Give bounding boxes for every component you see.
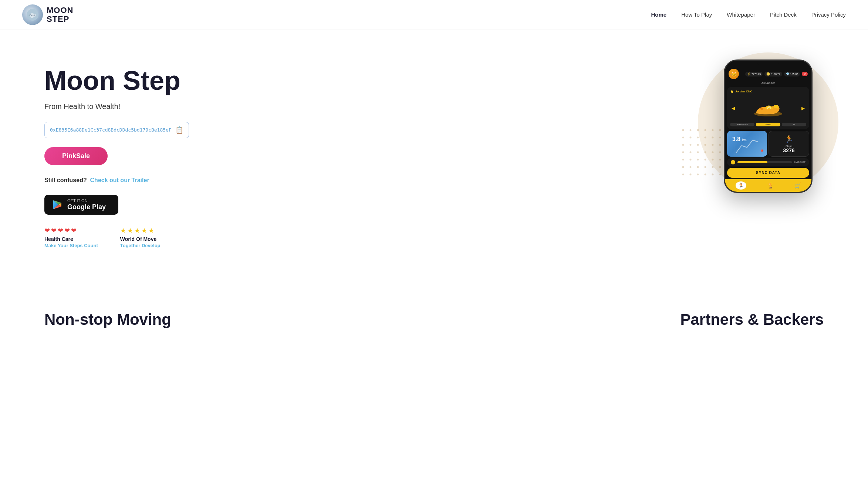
non-stop-moving-title: Non-stop Moving <box>44 311 171 328</box>
bottom-right: Partners & Backers <box>680 311 824 328</box>
diamond-icon: 💎 <box>786 72 790 76</box>
gp-get-label: GET IT ON <box>67 198 106 203</box>
svg-point-10 <box>690 137 692 139</box>
hero-subtitle: From Health to Wealth! <box>44 102 189 111</box>
shoe-stat-power: 1x <box>782 123 806 126</box>
steps-card: 🏃 Steps 3276 <box>769 131 809 157</box>
svg-point-32 <box>697 159 699 161</box>
svg-point-13 <box>712 137 714 139</box>
pinksale-button[interactable]: PinkSale <box>44 147 108 165</box>
world-move-sub: Together Develop <box>120 243 161 248</box>
svg-point-33 <box>705 159 706 161</box>
phone-avatar: 🐱 <box>729 69 739 79</box>
bottom-left: Non-stop Moving <box>44 311 171 328</box>
nav-links: Home How To Play Whitepaper Pitch Deck P… <box>651 11 846 18</box>
world-stars: ★ ★ ★ ★ ★ <box>120 227 161 235</box>
google-play-icon <box>52 199 64 211</box>
svg-point-19 <box>705 144 706 146</box>
svg-point-6 <box>712 129 714 131</box>
stat-chip-settings: ⚙ <box>802 72 808 76</box>
phone-nav-run[interactable]: 🏃 <box>736 181 746 190</box>
nav-pitch-deck[interactable]: Pitch Deck <box>770 11 797 18</box>
star-2: ★ <box>127 227 133 235</box>
gp-store-label: Google Play <box>67 203 106 211</box>
contract-address: 0xE835E6a88De1Cc37cd8BdcDDdc5bd179cBe185… <box>50 127 172 133</box>
svg-point-18 <box>697 144 699 146</box>
shoe-card: ⭐ Jordan CNC ◀ <box>727 87 809 129</box>
svg-point-42 <box>719 166 721 168</box>
sync-button[interactable]: SYNC DATA <box>727 168 809 178</box>
svg-point-17 <box>690 144 692 146</box>
phone-stats: ⚡ 7273.25 🪙 8128.72 💎 185.07 ⚙ <box>745 72 808 76</box>
google-play-button[interactable]: GET IT ON Google Play <box>44 195 118 215</box>
coin-icon: 🪙 <box>766 72 770 76</box>
stat-value-2: 8128.72 <box>771 73 780 75</box>
svg-point-34 <box>712 159 714 161</box>
svg-point-47 <box>705 174 706 176</box>
phone-frame: 🐱 ⚡ 7273.25 🪙 8128.72 💎 185.07 <box>724 59 813 193</box>
svg-point-49 <box>719 174 721 176</box>
shoe-image <box>752 99 785 118</box>
nav-home[interactable]: Home <box>651 11 666 18</box>
svg-point-5 <box>705 129 706 131</box>
token-track <box>737 161 792 163</box>
svg-point-26 <box>705 151 706 153</box>
svg-point-45 <box>690 174 692 176</box>
stat-chip-1: ⚡ 7273.25 <box>745 72 763 76</box>
svg-point-2 <box>682 129 684 131</box>
phone-mockup-area: // generate dots 🐱 <box>690 52 846 193</box>
svg-line-58 <box>742 146 747 147</box>
svg-point-40 <box>705 166 706 168</box>
shoe-image-area: ◀ <box>730 95 806 121</box>
copy-icon[interactable]: 📋 <box>175 126 183 134</box>
nav-privacy-policy[interactable]: Privacy Policy <box>811 11 846 18</box>
svg-point-28 <box>719 151 721 153</box>
hero-left: Moon Step From Health to Wealth! 0xE835E… <box>44 52 189 248</box>
logo-text: MOONSTEP <box>47 6 73 24</box>
navbar: MOONSTEP Home How To Play Whitepaper Pit… <box>0 0 868 30</box>
svg-point-35 <box>719 159 721 161</box>
shoe-next-button[interactable]: ▶ <box>801 106 805 111</box>
svg-point-37 <box>682 166 684 168</box>
svg-point-4 <box>697 129 699 131</box>
nav-whitepaper[interactable]: Whitepaper <box>727 11 755 18</box>
review-card-world: ★ ★ ★ ★ ★ World Of Move Together Develop <box>120 227 161 248</box>
stats-grid: 3.8 km 📍 🏃 Steps 3276 <box>727 131 809 157</box>
health-care-title: Health Care <box>44 236 98 242</box>
map-card: 3.8 km 📍 <box>727 131 767 157</box>
token-label: SMT/SMT <box>794 161 806 164</box>
svg-point-12 <box>705 137 706 139</box>
shoe-stat-id: #56874565 <box>730 123 754 126</box>
svg-point-16 <box>682 144 684 146</box>
hero-title: Moon Step <box>44 67 189 95</box>
phone-nav-shop[interactable]: 🛒 <box>795 183 801 188</box>
steps-label: Steps <box>786 145 792 147</box>
star-4: ★ <box>141 227 147 235</box>
phone-status-bar: 🐱 ⚡ 7273.25 🪙 8128.72 💎 185.07 <box>725 67 811 81</box>
partners-backers-title: Partners & Backers <box>680 311 824 328</box>
reviews-row: ❤ ❤ ❤ ❤ ❤ Health Care Make Your Steps Co… <box>44 227 189 248</box>
star-1: ★ <box>120 227 126 235</box>
svg-point-14 <box>719 137 721 139</box>
token-dot <box>731 160 735 164</box>
nav-how-to-play[interactable]: How To Play <box>681 11 712 18</box>
token-fill <box>737 161 767 163</box>
hero-section: Moon Step From Health to Wealth! 0xE835E… <box>0 30 868 289</box>
bottom-section: Non-stop Moving Partners & Backers <box>0 289 868 343</box>
svg-point-9 <box>682 137 684 139</box>
contract-box: 0xE835E6a88De1Cc37cd8BdcDDdc5bd179cBe185… <box>44 122 189 138</box>
shoe-star-icon: ⭐ <box>730 90 734 93</box>
phone-screen: 🐱 ⚡ 7273.25 🪙 8128.72 💎 185.07 <box>725 61 811 192</box>
review-card-health: ❤ ❤ ❤ ❤ ❤ Health Care Make Your Steps Co… <box>44 227 98 248</box>
svg-point-30 <box>682 159 684 161</box>
svg-point-3 <box>690 129 692 131</box>
shoe-prev-button[interactable]: ◀ <box>732 106 735 111</box>
svg-point-31 <box>690 159 692 161</box>
map-distance: 3.8 <box>732 136 740 142</box>
svg-point-44 <box>682 174 684 176</box>
shoe-stats-row: #56874565 50/60 1x <box>730 123 806 126</box>
health-care-sub: Make Your Steps Count <box>44 243 98 248</box>
phone-nav-trophy[interactable]: 🏆 <box>767 183 774 188</box>
token-bar: SMT/SMT <box>727 158 809 166</box>
trailer-link[interactable]: Check out our Trailer <box>90 177 149 183</box>
